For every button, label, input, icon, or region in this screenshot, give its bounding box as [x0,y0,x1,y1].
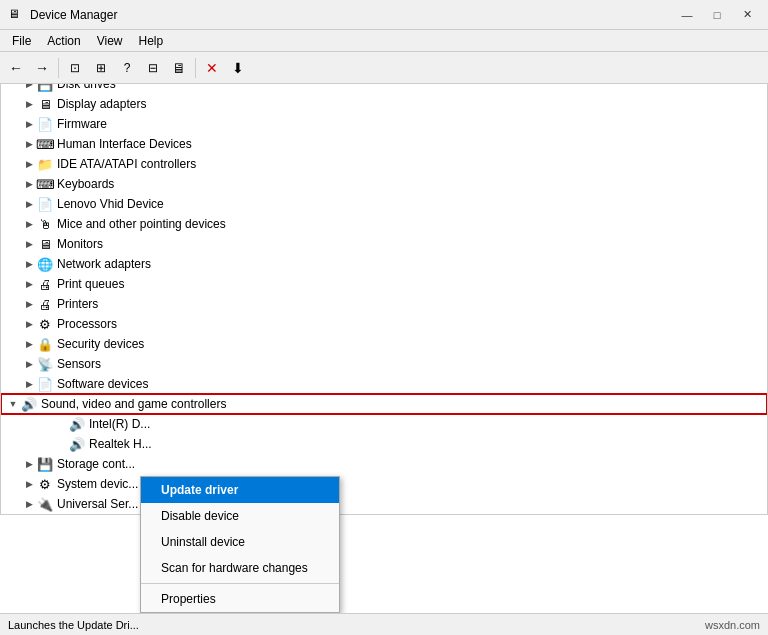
title-bar-controls: — □ ✕ [674,5,760,25]
tree-label-sound: Sound, video and game controllers [41,397,226,411]
tree-item-mice[interactable]: 🖱Mice and other pointing devices [1,214,767,234]
tree-icon-network: 🌐 [37,256,53,272]
tree-item-realtek[interactable]: 🔊Realtek H... [1,434,767,454]
tree-arrow-print_queues [21,276,37,292]
toolbar-download[interactable]: ⬇ [226,56,250,80]
menu-item-file[interactable]: File [4,32,39,50]
tree-arrow-software [21,376,37,392]
tree-icon-sensors: 📡 [37,356,53,372]
context-menu-item-disable[interactable]: Disable device [141,503,339,529]
status-text: Launches the Update Dri... [8,619,139,631]
tree-icon-security: 🔒 [37,336,53,352]
menu-item-view[interactable]: View [89,32,131,50]
tree-arrow-disk [21,84,37,92]
title-bar-title: Device Manager [30,8,674,22]
context-menu-item-properties[interactable]: Properties [141,586,339,612]
tree-icon-display: 🖥 [37,96,53,112]
context-menu-item-update[interactable]: Update driver [141,477,339,503]
tree-arrow-system [21,476,37,492]
tree-label-display: Display adapters [57,97,146,111]
tree-label-software: Software devices [57,377,148,391]
tree-arrow-storage [21,456,37,472]
menu-item-action[interactable]: Action [39,32,88,50]
tree-label-sensors: Sensors [57,357,101,371]
toolbar-remove[interactable]: ✕ [200,56,224,80]
tree-icon-software: 📄 [37,376,53,392]
tree-label-processors: Processors [57,317,117,331]
tree-item-system[interactable]: ⚙System devic... [1,474,767,494]
main-area: 🖥 LENOVO1 🔊Audio inputs and outputs🔋Batt… [0,84,768,613]
tree-item-storage[interactable]: 💾Storage cont... [1,454,767,474]
tree-arrow-mice [21,216,37,232]
tree-label-printers: Printers [57,297,98,311]
tree-icon-mice: 🖱 [37,216,53,232]
tree-item-monitors[interactable]: 🖥Monitors [1,234,767,254]
tree-item-printers[interactable]: 🖨Printers [1,294,767,314]
tree-icon-disk: 💾 [37,84,53,92]
tree-icon-keyboards: ⌨ [37,176,53,192]
context-menu-item-scan[interactable]: Scan for hardware changes [141,555,339,581]
tree-item-keyboards[interactable]: ⌨Keyboards [1,174,767,194]
toolbar-btn2[interactable]: ⊞ [89,56,113,80]
tree-arrow-sound [5,396,21,412]
menu-bar: FileActionViewHelp [0,30,768,52]
toolbar-btn1[interactable]: ⊡ [63,56,87,80]
tree-icon-ide: 📁 [37,156,53,172]
tree-label-print_queues: Print queues [57,277,124,291]
tree-arrow-sensors [21,356,37,372]
context-menu-item-uninstall[interactable]: Uninstall device [141,529,339,555]
tree-item-lenovo[interactable]: 📄Lenovo Vhid Device [1,194,767,214]
minimize-button[interactable]: — [674,5,700,25]
tree-item-usb[interactable]: 🔌Universal Ser... [1,494,767,514]
tree-item-firmware[interactable]: 📄Firmware [1,114,767,134]
tree-arrow-display [21,96,37,112]
tree-icon-monitors: 🖥 [37,236,53,252]
tree-item-intel[interactable]: 🔊Intel(R) D... [1,414,767,434]
tree-label-mice: Mice and other pointing devices [57,217,226,231]
tree-item-security[interactable]: 🔒Security devices [1,334,767,354]
tree-arrow-lenovo [21,196,37,212]
toolbar-btn3[interactable]: ? [115,56,139,80]
app-icon: 🖥 [8,7,24,23]
tree-label-storage: Storage cont... [57,457,135,471]
context-menu: Update driverDisable deviceUninstall dev… [140,476,340,613]
context-menu-sep [141,583,339,584]
tree-item-disk[interactable]: 💾Disk drives [1,84,767,94]
tree-arrow-realtek [53,436,69,452]
tree-items: 🔊Audio inputs and outputs🔋Batteries🔵Blue… [1,84,767,514]
tree-item-print_queues[interactable]: 🖨Print queues [1,274,767,294]
toolbar-forward[interactable]: → [30,56,54,80]
toolbar-btn4[interactable]: ⊟ [141,56,165,80]
menu-item-help[interactable]: Help [131,32,172,50]
tree-label-disk: Disk drives [57,84,116,91]
toolbar: ← → ⊡ ⊞ ? ⊟ 🖥 ✕ ⬇ [0,52,768,84]
device-tree[interactable]: 🖥 LENOVO1 🔊Audio inputs and outputs🔋Batt… [0,84,768,515]
tree-item-network[interactable]: 🌐Network adapters [1,254,767,274]
tree-label-hid: Human Interface Devices [57,137,192,151]
tree-item-software[interactable]: 📄Software devices [1,374,767,394]
tree-label-intel: Intel(R) D... [89,417,150,431]
tree-icon-usb: 🔌 [37,496,53,512]
tree-item-ide[interactable]: 📁IDE ATA/ATAPI controllers [1,154,767,174]
tree-item-hid[interactable]: ⌨Human Interface Devices [1,134,767,154]
toolbar-btn5[interactable]: 🖥 [167,56,191,80]
tree-icon-printers: 🖨 [37,296,53,312]
tree-item-display[interactable]: 🖥Display adapters [1,94,767,114]
tree-label-usb: Universal Ser... [57,497,138,511]
tree-item-processors[interactable]: ⚙Processors [1,314,767,334]
tree-arrow-usb [21,496,37,512]
tree-arrow-intel [53,416,69,432]
tree-icon-intel: 🔊 [69,416,85,432]
tree-icon-system: ⚙ [37,476,53,492]
tree-label-firmware: Firmware [57,117,107,131]
tree-item-sound[interactable]: 🔊Sound, video and game controllers [1,394,767,414]
maximize-button[interactable]: □ [704,5,730,25]
toolbar-back[interactable]: ← [4,56,28,80]
close-button[interactable]: ✕ [734,5,760,25]
status-right: wsxdn.com [705,619,760,631]
tree-icon-sound: 🔊 [21,396,37,412]
tree-item-sensors[interactable]: 📡Sensors [1,354,767,374]
tree-arrow-processors [21,316,37,332]
tree-label-lenovo: Lenovo Vhid Device [57,197,164,211]
toolbar-sep-2 [195,58,196,78]
